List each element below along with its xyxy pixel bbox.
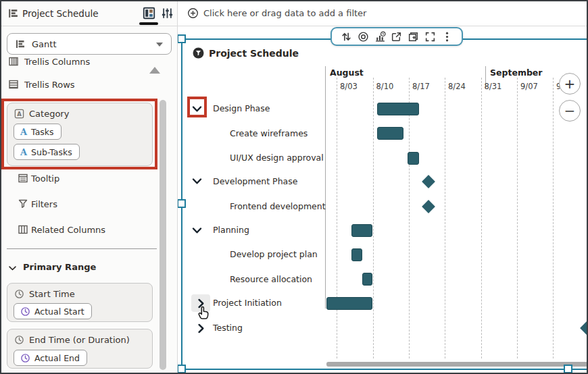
axis-tick-label: 8/10 bbox=[376, 82, 394, 91]
start-time-drop-target[interactable]: Start Time Actual Start bbox=[7, 283, 153, 322]
panel-scrollbar[interactable] bbox=[160, 100, 166, 370]
gantt-milestone[interactable] bbox=[422, 175, 435, 188]
task-label: Resource allocation bbox=[230, 274, 312, 285]
gantt-milestone[interactable] bbox=[580, 321, 588, 335]
task-label: UI/UX design approval bbox=[230, 153, 324, 163]
panel-item-related-columns[interactable]: Related Columns bbox=[0, 223, 155, 237]
task-label: Planning bbox=[213, 225, 249, 236]
actual-start-pill[interactable]: Actual Start bbox=[14, 303, 92, 319]
sort-icon[interactable] bbox=[341, 31, 352, 43]
panel-divider bbox=[7, 248, 157, 249]
trellis-columns-icon bbox=[8, 56, 19, 67]
axis-tick-label: 8/03 bbox=[340, 82, 358, 91]
chevron-down-icon[interactable] bbox=[191, 176, 203, 187]
panel-item-label: Trellis Rows bbox=[24, 80, 75, 90]
axis-gridline bbox=[445, 78, 445, 358]
panel-item-label: Tooltip bbox=[31, 173, 59, 184]
selection-handle-bottom-left[interactable] bbox=[178, 365, 186, 373]
panel-item-trellis-rows[interactable]: Trellis Rows bbox=[0, 78, 155, 92]
fullscreen-icon[interactable] bbox=[424, 31, 436, 43]
chevron-right-icon[interactable] bbox=[195, 298, 207, 309]
axis-tick-label: 8/17 bbox=[412, 82, 430, 91]
category-drop-target[interactable]: A Category ATasksASub-Tasks bbox=[7, 103, 153, 166]
trellis-rows-icon bbox=[8, 79, 19, 90]
gantt-bar[interactable] bbox=[377, 103, 419, 115]
end-time-drop-target[interactable]: End Time (or Duration) Actual End bbox=[7, 329, 153, 369]
filter-bar-text: Click here or drag data to add a filter bbox=[203, 8, 366, 18]
panel-item-trellis-columns[interactable]: Trellis Columns bbox=[0, 55, 155, 69]
viz-type-value: Gantt bbox=[32, 39, 56, 49]
selection-handle-bottom[interactable] bbox=[564, 365, 572, 373]
zoom-in-button[interactable]: + bbox=[559, 73, 581, 95]
selection-border-bottom bbox=[181, 369, 588, 370]
target-icon[interactable] bbox=[358, 31, 369, 43]
stats-clock-icon[interactable] bbox=[374, 31, 386, 43]
attribute-box-icon: A bbox=[14, 109, 24, 119]
kebab-menu-icon[interactable] bbox=[441, 31, 453, 43]
primary-range-header[interactable]: Primary Range bbox=[8, 262, 96, 272]
attribute-a-icon: A bbox=[20, 127, 27, 137]
caret-down-icon bbox=[156, 43, 163, 47]
axis-tick-label: 8/31 bbox=[485, 82, 502, 91]
category-pill-sub-tasks[interactable]: ASub-Tasks bbox=[14, 144, 80, 160]
task-label: Develop project plan bbox=[230, 249, 318, 260]
gantt-bar[interactable] bbox=[408, 152, 419, 165]
viz-toolbar bbox=[330, 27, 463, 46]
axis-gridline bbox=[409, 78, 410, 358]
related-columns-icon bbox=[18, 224, 28, 235]
app-window: Project Schedule Gantt Trellis ColumnsTr… bbox=[0, 0, 588, 374]
grammar-panel: Project Schedule Gantt Trellis ColumnsTr… bbox=[0, 0, 177, 374]
pill-label: Sub-Tasks bbox=[31, 147, 72, 157]
triangle-up-icon[interactable] bbox=[149, 67, 160, 74]
clock-icon bbox=[14, 289, 24, 299]
export-icon[interactable] bbox=[391, 31, 402, 43]
tab-properties[interactable] bbox=[161, 7, 174, 20]
gantt-bar[interactable] bbox=[377, 127, 403, 140]
clock-icon bbox=[20, 306, 30, 317]
task-label: Testing bbox=[213, 323, 243, 333]
filter-bar[interactable]: Click here or drag data to add a filter bbox=[178, 0, 588, 26]
zoom-out-button[interactable]: − bbox=[559, 100, 581, 122]
chevron-down-icon bbox=[8, 263, 17, 271]
gantt-bar[interactable] bbox=[362, 273, 372, 286]
chevron-right-icon[interactable] bbox=[195, 323, 207, 334]
filter-icon bbox=[18, 198, 28, 209]
task-label: Frontend development bbox=[230, 201, 326, 212]
primary-range-label: Primary Range bbox=[23, 262, 96, 272]
active-tab-indicator bbox=[139, 22, 158, 25]
clock-icon bbox=[14, 335, 24, 345]
panel-item-label: Related Columns bbox=[31, 225, 105, 235]
actual-end-label: Actual End bbox=[34, 353, 80, 363]
task-label: Design Phase bbox=[213, 103, 270, 114]
viz-canvas: Project Schedule AugustSeptember8/038/10… bbox=[178, 26, 588, 374]
selection-handle-top-left[interactable] bbox=[178, 34, 186, 43]
panel-header: Project Schedule bbox=[0, 0, 177, 26]
panel-title: Project Schedule bbox=[22, 8, 99, 19]
category-pill-tasks[interactable]: ATasks bbox=[14, 124, 62, 140]
axis-gridline bbox=[337, 78, 337, 358]
selection-handle-left[interactable] bbox=[178, 199, 186, 208]
gantt-milestone[interactable] bbox=[422, 200, 435, 213]
tab-grammar[interactable] bbox=[143, 7, 155, 20]
gantt-bar[interactable] bbox=[326, 297, 372, 310]
gantt-bar[interactable] bbox=[351, 248, 362, 261]
duplicate-icon[interactable] bbox=[408, 31, 419, 43]
month-label: August bbox=[330, 68, 364, 78]
task-label: Development Phase bbox=[213, 176, 297, 187]
actual-end-pill[interactable]: Actual End bbox=[14, 350, 87, 366]
task-label: Project Initiation bbox=[213, 298, 282, 309]
chevron-down-icon[interactable] bbox=[191, 103, 203, 115]
axis-gridline bbox=[481, 78, 482, 358]
gantt-icon bbox=[15, 38, 26, 49]
axis-tick-label: 9/07 bbox=[520, 82, 538, 91]
panel-item-filters[interactable]: Filters bbox=[0, 198, 155, 211]
gantt-bar[interactable] bbox=[351, 224, 372, 237]
category-header: A Category bbox=[14, 109, 69, 119]
svg-text:A: A bbox=[17, 111, 22, 117]
panel-item-tooltip[interactable]: Tooltip bbox=[0, 172, 155, 186]
horizontal-scrollbar[interactable] bbox=[326, 362, 588, 367]
panel-item-label: Trellis Columns bbox=[24, 57, 90, 67]
filter-badge-icon bbox=[193, 47, 204, 59]
chevron-down-icon[interactable] bbox=[191, 225, 203, 236]
viz-type-dropdown[interactable]: Gantt bbox=[7, 33, 172, 55]
